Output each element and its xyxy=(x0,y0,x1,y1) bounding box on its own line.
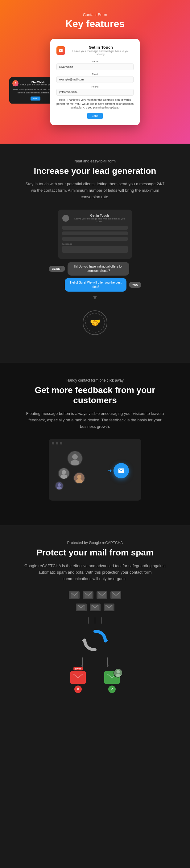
recaptcha-svg xyxy=(81,627,109,654)
contact-card-message: Hello! Thank you very much for the Conta… xyxy=(57,98,133,110)
float-message-button[interactable] xyxy=(114,463,129,478)
chat-demo-icon xyxy=(62,215,69,222)
bot-envelope-6 xyxy=(90,603,100,611)
demo-message-label: Message xyxy=(62,243,128,245)
contact-card-header: Get in Touch Leave your message and we'l… xyxy=(57,45,133,56)
arrow-down: ▼ xyxy=(46,294,144,301)
svg-marker-20 xyxy=(82,638,85,643)
bot-envelope-3 xyxy=(97,591,107,599)
bot-envelope-1 xyxy=(69,591,80,599)
bot-envelope-4 xyxy=(110,591,121,599)
demo-input-1 xyxy=(62,226,128,230)
arrow-line-2 xyxy=(95,617,95,624)
email-input[interactable] xyxy=(57,76,133,83)
feedback-section: Handy contact form one click away Get mo… xyxy=(0,363,190,526)
avatar-1 xyxy=(67,451,83,466)
email-label: Email xyxy=(57,73,133,75)
lead-gen-title: Increase your lead generation xyxy=(19,166,171,176)
svg-point-1 xyxy=(72,454,78,460)
float-avatars: ➜ xyxy=(49,447,141,494)
chat-demo: Get in Touch Leave your message and we'l… xyxy=(46,210,144,338)
spam-envelope-wrapper: SPAM xyxy=(70,671,86,684)
hero-title: Key features xyxy=(6,18,184,30)
result-line-2: ▼ xyxy=(107,657,108,665)
phone-label: Phone xyxy=(57,85,133,88)
dot-1 xyxy=(52,442,54,444)
phone-input[interactable] xyxy=(57,89,133,96)
yes-badge: ✓ xyxy=(108,685,116,693)
hero-send-button[interactable]: Send xyxy=(31,97,40,101)
lead-generation-section: Neat and easy-to-fill form Increase your… xyxy=(0,144,190,363)
lead-gen-subtitle: Neat and easy-to-fill form xyxy=(19,159,171,163)
feedback-subtitle: Handy contact form one click away xyxy=(19,378,171,382)
lead-gen-desc: Stay in touch with your potential client… xyxy=(24,181,166,200)
hero-subtitle: Contact Form xyxy=(6,12,184,17)
svg-point-24 xyxy=(116,670,120,674)
contact-card-title: Get in Touch xyxy=(68,45,133,50)
spam-title: Protect your mail from spam xyxy=(19,548,171,558)
bot-envelope-7 xyxy=(104,603,115,611)
bots-row-2 xyxy=(49,603,141,611)
no-badge: ✕ xyxy=(74,685,82,693)
spam-subtitle: Protected by Google reCAPTCHA xyxy=(19,541,171,545)
ok-avatar xyxy=(114,668,123,678)
chat-demo-form: Get in Touch Leave your message and we'l… xyxy=(58,210,132,259)
svg-point-7 xyxy=(77,475,82,479)
handshake-ring: 🤝 xyxy=(83,310,107,335)
spam-desc: Google reCAPTCHA is the effective and ad… xyxy=(24,563,166,582)
result-row: SPAM ✕ ✓ xyxy=(49,671,141,693)
float-demo: ➜ xyxy=(49,439,141,501)
spam-label: SPAM xyxy=(73,667,83,671)
window-dots xyxy=(49,439,141,447)
feedback-title: Get more feedback from your customers xyxy=(19,385,171,406)
ok-result: ✓ xyxy=(104,671,120,693)
spam-envelope xyxy=(70,671,86,684)
avatar-4 xyxy=(55,482,64,490)
handshake-container: 🤝 xyxy=(80,307,110,338)
client-bubble-row: CLIENT Hi! Do you have individual offers… xyxy=(49,262,141,276)
dot-3 xyxy=(60,442,62,444)
contact-card-desc: Leave your message and we'll get back to… xyxy=(68,50,133,56)
hero-section: Contact Form Key features E Elva Walsh L… xyxy=(0,0,190,144)
arrow-line-1 xyxy=(88,617,89,624)
chat-bubbles-container: CLIENT Hi! Do you have individual offers… xyxy=(46,262,144,291)
hero-avatar: E xyxy=(12,80,19,86)
bot-envelope-5 xyxy=(76,603,87,611)
svg-point-4 xyxy=(62,470,66,474)
connector-arrows xyxy=(49,617,141,624)
client-label: CLIENT xyxy=(49,266,65,272)
contact-card: Get in Touch Leave your message and we'l… xyxy=(50,39,140,125)
arrow-right-icon: ➜ xyxy=(107,467,112,474)
bot-envelope-2 xyxy=(83,591,93,599)
chat-demo-title: Get in Touch xyxy=(71,214,128,217)
ok-envelope-wrapper xyxy=(104,671,120,684)
avatar-3 xyxy=(73,472,85,484)
feedback-desc: Floating message button is always visibl… xyxy=(24,410,166,430)
demo-input-2 xyxy=(62,231,128,235)
you-label: YOU xyxy=(129,282,141,288)
envelope-icon xyxy=(57,46,65,55)
client-bubble: Hi! Do you have individual offers for pr… xyxy=(68,262,129,276)
result-line-1: ▼ xyxy=(82,657,83,665)
svg-point-10 xyxy=(58,483,61,487)
chat-demo-form-header: Get in Touch Leave your message and we'l… xyxy=(62,214,128,223)
you-bubble: Hello! Sure! We will offer you the best … xyxy=(65,278,126,291)
recaptcha-demo: ▼ ▼ SPAM ✕ xyxy=(49,591,141,693)
recaptcha-icon-container xyxy=(49,627,141,654)
contact-send-button[interactable]: Send xyxy=(87,113,102,119)
arrow-line-3 xyxy=(101,617,102,624)
spam-result: SPAM ✕ xyxy=(70,671,86,693)
you-bubble-row: Hello! Sure! We will offer you the best … xyxy=(49,278,141,291)
name-input[interactable] xyxy=(57,63,133,70)
demo-input-3 xyxy=(62,237,128,241)
demo-message-input xyxy=(62,246,128,253)
handshake-icon: 🤝 xyxy=(90,317,100,328)
svg-marker-19 xyxy=(105,638,108,643)
dot-2 xyxy=(56,442,58,444)
spam-section: Protected by Google reCAPTCHA Protect yo… xyxy=(0,525,190,718)
chat-demo-subtitle: Leave your message and we'll get back to… xyxy=(71,217,128,223)
bots-row xyxy=(49,591,141,599)
name-label: Name xyxy=(57,60,133,63)
avatar-2 xyxy=(58,468,70,479)
result-connectors: ▼ ▼ xyxy=(49,657,141,665)
